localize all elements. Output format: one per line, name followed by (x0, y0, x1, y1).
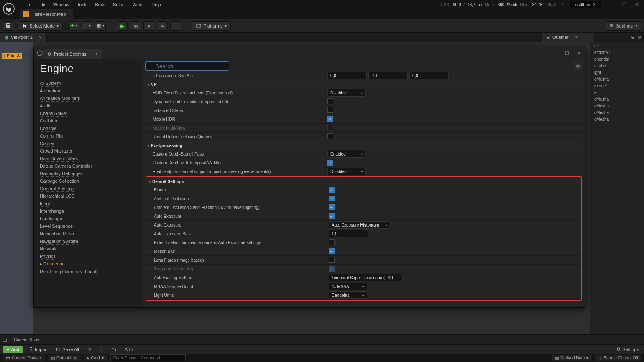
history-forward-button[interactable]: ⟳ (97, 346, 106, 353)
outliner-item[interactable]: cMesha (591, 104, 643, 110)
outliner-item[interactable]: onential (591, 57, 643, 64)
outliner-item[interactable]: er (591, 43, 643, 50)
add-panel-icon[interactable]: ⊕ (631, 35, 635, 40)
sidebar-item[interactable]: Navigation Mesh (40, 230, 143, 237)
outliner-item[interactable]: cMesha (591, 110, 643, 117)
checkbox[interactable] (329, 213, 335, 219)
save-all-button[interactable]: 🖫Save All (54, 346, 82, 353)
sidebar-item[interactable]: Navigation System (40, 237, 143, 245)
cmd-dropdown[interactable]: ▸Cmd ▾ (84, 355, 107, 361)
checkbox[interactable] (329, 187, 335, 193)
history-back-button[interactable]: ⟲ (85, 346, 94, 353)
auto-exposure-bias-input[interactable] (329, 230, 368, 237)
window-maximize-button[interactable]: ☐ (562, 49, 572, 57)
close-icon[interactable]: ✕ (38, 35, 42, 40)
alpha-channel-dropdown[interactable]: Disabled (327, 168, 366, 175)
window-minimize-button[interactable]: — (551, 49, 560, 57)
menu-select[interactable]: Select (113, 2, 126, 7)
checkbox[interactable] (327, 133, 333, 139)
window-close-button[interactable]: ✕ (632, 1, 641, 8)
sidebar-item[interactable]: Chaos Solver (40, 110, 143, 117)
settings-search-input[interactable] (145, 61, 229, 71)
aa-method-dropdown[interactable]: Temporal Super-Resolution (TSR) (329, 274, 403, 281)
add-content-button[interactable]: ✚▾ (68, 21, 79, 31)
outliner-item[interactable]: osphe (591, 64, 643, 70)
content-drawer-button[interactable]: 🗀Content Drawer (3, 355, 44, 361)
checkbox[interactable] (327, 107, 333, 113)
vector-z-input[interactable] (409, 72, 449, 79)
save-button[interactable] (3, 21, 13, 31)
play-button[interactable]: ▶ (117, 21, 128, 31)
sidebar-item[interactable]: Animation (40, 87, 143, 94)
breadcrumb-all[interactable]: All › (122, 346, 135, 353)
sidebar-item[interactable]: Rendering Overrides (Local) (40, 268, 143, 275)
checkbox[interactable] (329, 248, 335, 254)
user-badge[interactable]: skillbox_3 (570, 1, 601, 8)
sidebar-item[interactable]: Interchange (40, 207, 143, 215)
output-log-button[interactable]: ▤Output Log (48, 355, 80, 361)
checkbox[interactable] (327, 98, 333, 104)
marketplace-button[interactable]: ⬚▾ (82, 21, 92, 31)
content-settings-button[interactable]: ⚙Settings (614, 346, 641, 353)
sidebar-item[interactable]: Crowd Manager (40, 147, 143, 155)
sidebar-item[interactable]: Control Rig (40, 132, 143, 140)
menu-file[interactable]: File (23, 2, 30, 7)
custom-depth-dropdown[interactable]: Enabled (327, 150, 366, 158)
sidebar-item[interactable]: Console (40, 125, 143, 132)
sidebar-item[interactable]: Network (40, 245, 143, 252)
vector-x-input[interactable] (327, 72, 367, 79)
outliner-item[interactable]: cMesha (591, 77, 643, 84)
window-restore-button[interactable]: ❐ (620, 1, 629, 8)
menu-tools[interactable]: Tools (77, 2, 88, 7)
outliner-item[interactable]: er (591, 90, 643, 97)
sidebar-item[interactable]: Input (40, 200, 143, 207)
sidebar-item[interactable]: Data Driven CVars (40, 155, 143, 162)
eject-button[interactable]: ⏏ (157, 21, 168, 31)
close-icon[interactable]: ✕ (575, 35, 578, 40)
viewport-tab[interactable]: ▦ Viewport 1 ✕ (0, 33, 47, 42)
platforms-button[interactable]: Platforms ▾ (192, 21, 230, 31)
outliner-item[interactable]: cMesha (591, 117, 643, 124)
window-minimize-button[interactable]: — (607, 1, 616, 8)
vector-y-input[interactable] (368, 72, 408, 79)
window-close-button[interactable]: ✕ (574, 49, 583, 57)
auto-exposure-dropdown[interactable]: Auto Exposure Histogram (329, 221, 391, 229)
sidebar-item[interactable]: Landscape (40, 215, 143, 222)
folder-icon[interactable]: 🗀 (109, 346, 119, 353)
sidebar-item[interactable]: Level Sequence (40, 222, 143, 230)
menu-help[interactable]: Help (151, 2, 161, 7)
menu-edit[interactable]: Edit (38, 2, 46, 7)
checkbox[interactable] (329, 196, 335, 201)
sidebar-item[interactable]: Physics (40, 252, 143, 260)
play-options-button[interactable]: ⋮ (170, 21, 181, 31)
project-settings-tab[interactable]: ⚙ Project Settings ✕ (43, 49, 102, 59)
panel-settings-icon[interactable]: ⚙ (637, 35, 641, 40)
console-command-input[interactable] (110, 354, 186, 361)
outliner-item[interactable]: ight (591, 70, 643, 77)
sidebar-item[interactable]: Debug Camera Controller (40, 162, 143, 170)
outliner-item[interactable]: ectionalL (591, 50, 643, 57)
cinematics-button[interactable]: ▦▾ (95, 21, 106, 31)
checkbox[interactable] (329, 239, 335, 245)
checkbox[interactable] (327, 116, 333, 122)
sidebar-item[interactable]: Garbage Collection (40, 177, 143, 185)
menu-window[interactable]: Window (53, 2, 69, 7)
outliner-tab[interactable]: ⊞ Outliner ✕ (542, 33, 595, 42)
msaa-dropdown[interactable]: 4x MSAA (329, 283, 367, 290)
outliner-item[interactable]: metricC (591, 84, 643, 90)
hmd-fov-dropdown[interactable]: Disabled (327, 89, 366, 97)
editor-settings-button[interactable]: ⚙ Settings ▾ (606, 21, 641, 31)
skip-button[interactable]: ⏭ (130, 21, 141, 31)
sidebar-item[interactable]: Audio (40, 102, 143, 110)
select-mode-button[interactable]: Select Mode ▾ (19, 21, 63, 31)
sidebar-item[interactable]: Animation Modifiers (40, 94, 143, 102)
menu-actor[interactable]: Actor (133, 2, 144, 7)
sidebar-item[interactable]: Gameplay Debugger (40, 170, 143, 177)
section-header-default-settings[interactable]: Default Settings (146, 177, 581, 186)
sidebar-item[interactable]: General Settings (40, 185, 143, 192)
checkbox[interactable] (329, 257, 335, 263)
sidebar-item-rendering[interactable]: Rendering (40, 260, 143, 268)
outliner-item[interactable]: cMesha (591, 97, 643, 104)
level-tab[interactable]: ThirdPersonMap (20, 9, 73, 19)
checkbox[interactable] (327, 160, 333, 166)
